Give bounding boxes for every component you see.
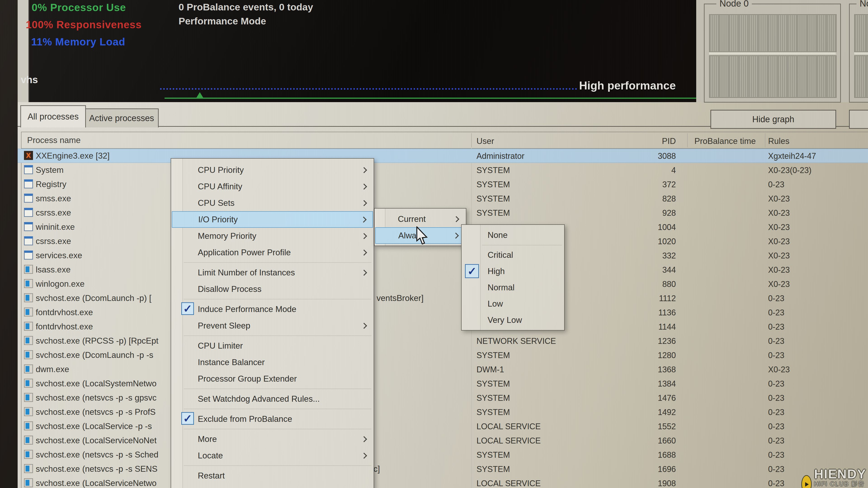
process-name-cell: fontdrvhost.exe: [36, 308, 93, 317]
rules-cell: X0-23: [768, 280, 790, 289]
pid-cell: 3088: [628, 151, 676, 161]
process-name-cell: svchost.exe (netsvcs -p -s Sched: [36, 450, 158, 459]
core-graph-cell: [730, 15, 738, 51]
menu-item-high[interactable]: High✓: [462, 263, 563, 280]
menu-item-memory-priority[interactable]: Memory Priority: [172, 228, 373, 244]
menu-item-label: More: [198, 434, 217, 444]
process-window-icon: [24, 180, 33, 188]
menu-item-prevent-sleep[interactable]: Prevent Sleep: [172, 318, 373, 334]
menu-item-locate[interactable]: Locate: [172, 447, 373, 464]
menu-item-disallow-process[interactable]: Disallow Process: [172, 281, 373, 297]
column-header-pid[interactable]: PID: [631, 136, 676, 146]
menu-item-label: Instance Balancer: [198, 358, 265, 367]
cpu-graph-line: [164, 98, 696, 99]
menu-item-current[interactable]: Current: [375, 211, 465, 227]
process-row-services-exe[interactable]: services.exe332X0-23: [18, 248, 868, 263]
column-header-probalance-time[interactable]: ProBalance time: [694, 136, 756, 146]
hide-graph-button[interactable]: Hide graph: [710, 110, 836, 129]
menu-item-induce-performance-mode[interactable]: Induce Performance Mode✓: [172, 301, 373, 318]
menu-item-none[interactable]: None: [462, 227, 563, 243]
process-window-icon: [24, 251, 33, 260]
menu-item-restart[interactable]: Restart: [172, 467, 373, 484]
menu-item-label: CPU Sets: [198, 198, 235, 208]
menu-separator: [184, 335, 371, 336]
menu-item-critical[interactable]: Critical: [462, 247, 563, 263]
menu-item-very-low[interactable]: Very Low: [462, 312, 563, 328]
menu-item-cpu-affinity[interactable]: CPU Affinity: [172, 178, 373, 195]
process-name-cell: svchost.exe (netsvcs -p -s SENS: [36, 464, 158, 474]
hiendy-watermark: HIENDY HiFi CLUB 影音俱樂部 WWW.HIENDY.COM: [801, 468, 868, 488]
menu-item-label: Restart: [198, 471, 225, 481]
core-graph-cell: [769, 15, 777, 51]
process-row-fontdrvhost-exe[interactable]: fontdrvhost.exe11440-23: [18, 320, 868, 334]
menu-item-close[interactable]: Close: [172, 484, 373, 488]
process-name-cell: svchost.exe (RPCSS -p) [RpcEpt: [36, 336, 158, 346]
menu-item-low[interactable]: Low: [462, 296, 563, 312]
menu-item-processor-group-extender[interactable]: Processor Group Extender: [172, 370, 373, 387]
core-graph-cell: [817, 15, 826, 51]
pid-cell: 1552: [628, 422, 676, 431]
menu-item-more[interactable]: More: [172, 431, 373, 447]
menu-separator: [482, 245, 562, 246]
core-graph-cell: [739, 56, 748, 97]
header-separator[interactable]: [687, 133, 688, 147]
process-row-svchost-exe-dcomlaunch-p[interactable]: svchost.exe (DcomLaunch -p) [ventsBroker…: [18, 291, 868, 305]
header-separator[interactable]: [471, 133, 472, 147]
menu-item-exclude-from-probalance[interactable]: Exclude from ProBalance✓: [172, 411, 373, 427]
rules-cell: 0-23: [768, 450, 784, 460]
menu-item-set-watchdog-advanced-rules[interactable]: Set Watchdog Advanced Rules...: [172, 391, 373, 407]
process-row-winlogon-exe[interactable]: winlogon.exe880X0-23: [18, 277, 868, 291]
process-row-fontdrvhost-exe[interactable]: fontdrvhost.exe11360-23: [18, 305, 868, 320]
process-row-svchost-exe-netsvcs-p-s-sched[interactable]: svchost.exe (netsvcs -p -s SchedSYSTEM16…: [18, 448, 868, 462]
menu-item-application-power-profile[interactable]: Application Power Profile: [172, 244, 373, 261]
menu-separator: [184, 389, 371, 389]
node0-core-graphs-bottom: [709, 55, 837, 98]
menu-item-cpu-sets[interactable]: CPU Sets: [172, 195, 373, 211]
process-row-svchost-exe-localservicenetwo[interactable]: svchost.exe (LocalServiceNetwoLOCAL SERV…: [18, 476, 868, 488]
rules-cell: X0-23(0-23): [768, 166, 811, 175]
process-row-svchost-exe-localsystemnetwo[interactable]: svchost.exe (LocalSystemNetwoSYSTEM13840…: [18, 377, 868, 391]
rules-cell: Xgxteih24-47: [768, 151, 816, 161]
pid-cell: 4: [628, 166, 676, 175]
tab-active-processes[interactable]: Active processes: [85, 108, 159, 127]
header-separator[interactable]: [765, 133, 765, 147]
process-row-lsass-exe[interactable]: lsass.exe344X0-23: [18, 263, 868, 277]
menu-item-cpu-priority[interactable]: CPU Priority: [172, 162, 373, 178]
process-row-svchost-exe-netsvcs-p-s-profs[interactable]: svchost.exe (netsvcs -p -s ProfSSYSTEM14…: [18, 405, 868, 419]
core-graph-cell: [867, 56, 868, 97]
submenu-arrow-icon: [361, 453, 367, 459]
menu-item-normal[interactable]: Normal: [462, 280, 563, 296]
process-row-registry[interactable]: RegistrySYSTEM3720-23: [18, 177, 868, 191]
menu-item-limit-number-of-instances[interactable]: Limit Number of Instances: [172, 264, 373, 281]
menu-item-cpu-limiter[interactable]: CPU Limiter: [172, 337, 373, 354]
process-row-system[interactable]: SystemSYSTEM4X0-23(0-23): [18, 163, 868, 177]
process-row-svchost-exe-localservice-p-s[interactable]: svchost.exe (LocalService -p -sLOCAL SER…: [18, 419, 868, 433]
process-row-dwm-exe[interactable]: dwm.exeDWM-11368X0-23: [18, 362, 868, 377]
core-graph-cell: [720, 15, 728, 51]
process-row-svchost-exe-netsvcs-p-s-sens[interactable]: svchost.exe (netsvcs -p -s SENSc]SYSTEM1…: [18, 462, 868, 476]
submenu-arrow-icon: [361, 269, 367, 275]
tab-all-processes[interactable]: All processes: [20, 105, 86, 127]
process-row-svchost-exe-rpcss-p-rpcept[interactable]: svchost.exe (RPCSS -p) [RpcEptNETWORK SE…: [18, 334, 868, 348]
menu-item-label: Application Power Profile: [198, 248, 291, 257]
priority-level-submenu: NoneCriticalHigh✓NormalLowVery Low: [461, 224, 565, 330]
process-row-xxengine3-exe-32[interactable]: XXXEngine3.exe [32]Administrator3088Xgxt…: [18, 149, 868, 163]
user-cell: SYSTEM: [476, 464, 510, 474]
column-header-process-name[interactable]: Process name: [27, 135, 81, 145]
column-header-rules[interactable]: Rules: [768, 136, 789, 146]
process-row-smss-exe[interactable]: smss.exeSYSTEM828X0-23: [18, 191, 868, 205]
process-row-svchost-exe-netsvcs-p-s-gpsvc[interactable]: svchost.exe (netsvcs -p -s gpsvcSYSTEM14…: [18, 391, 868, 405]
column-header-user[interactable]: User: [476, 136, 494, 146]
menu-separator: [184, 262, 371, 263]
clipped-toolbar-button[interactable]: [849, 110, 868, 129]
user-cell: SYSTEM: [476, 180, 510, 189]
rules-cell: 0-23: [768, 351, 784, 360]
memory-load-stat: 11% Memory Load: [31, 36, 125, 48]
process-row-svchost-exe-localservicenonet[interactable]: svchost.exe (LocalServiceNoNetLOCAL SERV…: [18, 433, 868, 448]
process-row-svchost-exe-dcomlaunch-p-s[interactable]: svchost.exe (DcomLaunch -p -sSYSTEM12800…: [18, 348, 868, 362]
menu-item-i-o-priority[interactable]: I/O Priority: [172, 211, 373, 228]
menu-item-instance-balancer[interactable]: Instance Balancer: [172, 354, 373, 370]
user-cell: LOCAL SERVICE: [476, 436, 541, 446]
rules-cell: X0-23: [768, 237, 790, 246]
process-name-overflow: ventsBroker]: [377, 293, 424, 303]
